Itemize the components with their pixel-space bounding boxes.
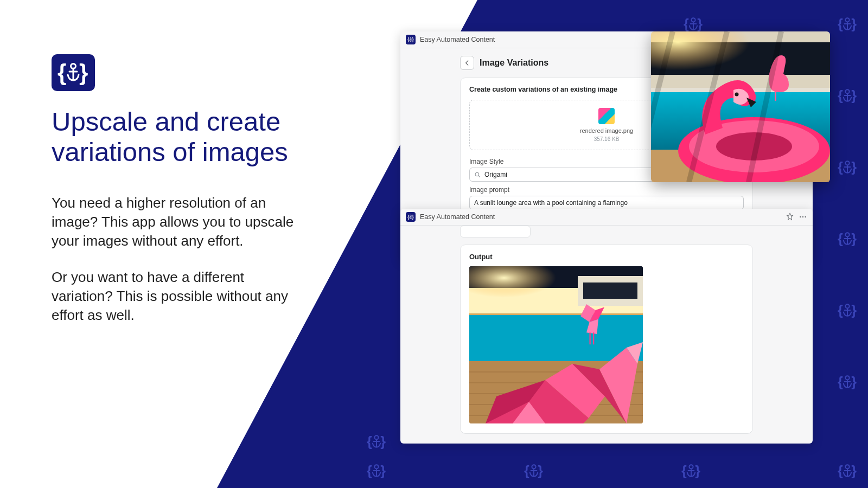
back-button[interactable] bbox=[460, 56, 474, 70]
arrow-left-icon bbox=[463, 59, 471, 67]
svg-point-7 bbox=[802, 216, 803, 217]
bg-anchor-icon bbox=[838, 461, 857, 480]
card-edge bbox=[460, 226, 531, 237]
bg-anchor-icon bbox=[838, 372, 857, 391]
search-icon bbox=[474, 171, 481, 178]
hero-paragraph-1: You need a higher resolution of an image… bbox=[52, 194, 301, 251]
app-name: Easy Automated Content bbox=[420, 213, 495, 221]
hero-heading: Upscale and create variations of images bbox=[52, 106, 301, 168]
prompt-label: Image prompt bbox=[469, 186, 744, 194]
output-card: Output bbox=[460, 245, 753, 434]
svg-rect-24 bbox=[593, 332, 594, 344]
svg-point-8 bbox=[805, 216, 806, 217]
svg-rect-38 bbox=[775, 90, 776, 101]
marketing-column: { } Upscale and create variations of ima… bbox=[52, 54, 301, 342]
hero-photo bbox=[651, 31, 830, 182]
style-value: Origami bbox=[484, 171, 507, 178]
upload-filename: rendered image.png bbox=[580, 127, 633, 134]
bg-anchor-icon bbox=[681, 461, 701, 480]
app-name: Easy Automated Content bbox=[420, 36, 495, 43]
hero-paragraph-2: Or you want to have a different variatio… bbox=[52, 268, 301, 325]
pin-icon[interactable] bbox=[786, 213, 794, 221]
app-header: Easy Automated Content bbox=[400, 209, 813, 226]
app-logo: { } bbox=[52, 54, 95, 91]
output-label: Output bbox=[469, 253, 744, 261]
svg-point-5 bbox=[475, 172, 479, 176]
svg-rect-12 bbox=[583, 282, 637, 299]
page-title: Image Variations bbox=[480, 58, 548, 68]
upload-filesize: 357.16 KB bbox=[594, 136, 620, 142]
bg-anchor-icon bbox=[367, 461, 386, 480]
bg-anchor-icon bbox=[838, 157, 857, 177]
prompt-input[interactable]: A sunlit lounge area with a pool contain… bbox=[469, 196, 744, 210]
bg-anchor-icon bbox=[524, 461, 544, 480]
svg-rect-23 bbox=[590, 332, 591, 344]
upload-thumbnail bbox=[598, 108, 615, 124]
screenshot-output: Easy Automated Content Output bbox=[400, 209, 813, 444]
prompt-value: A sunlit lounge area with a pool contain… bbox=[474, 199, 628, 207]
more-icon[interactable] bbox=[799, 213, 807, 221]
bg-anchor-icon bbox=[684, 14, 703, 34]
bg-anchor-icon bbox=[838, 86, 857, 105]
bg-anchor-icon bbox=[838, 229, 857, 248]
svg-point-42 bbox=[735, 93, 739, 97]
svg-text:{: { bbox=[58, 60, 66, 85]
bg-anchor-icon bbox=[838, 14, 857, 34]
svg-point-6 bbox=[800, 216, 801, 217]
bg-anchor-icon bbox=[367, 432, 386, 451]
anchor-icon bbox=[406, 212, 416, 222]
bg-anchor-icon bbox=[838, 300, 857, 320]
anchor-icon bbox=[406, 35, 416, 44]
output-image bbox=[469, 266, 643, 423]
svg-text:}: } bbox=[79, 60, 88, 85]
